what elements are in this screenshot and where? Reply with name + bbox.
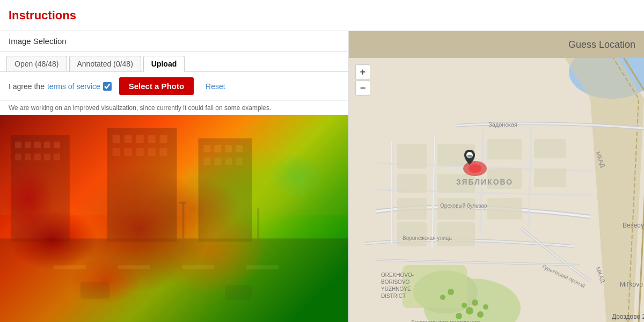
- left-panel: Image Selection Open (48/48) Annotated (…: [0, 31, 349, 322]
- heatmap-visualization: [0, 115, 348, 322]
- agree-prefix-text: I agree the: [9, 82, 45, 91]
- svg-rect-63: [487, 198, 522, 219]
- svg-rect-24: [203, 145, 210, 152]
- svg-text:Задонская: Задонская: [488, 121, 517, 128]
- svg-rect-13: [113, 135, 120, 143]
- svg-point-48: [466, 307, 473, 314]
- svg-rect-36: [246, 265, 279, 269]
- svg-rect-39: [257, 208, 259, 255]
- svg-rect-14: [125, 135, 132, 143]
- svg-rect-56: [397, 174, 427, 193]
- svg-rect-34: [118, 265, 150, 269]
- svg-rect-65: [534, 169, 566, 187]
- map-svg: Задонская Ореховый бульвар Воронежская у…: [349, 58, 644, 322]
- svg-rect-8: [25, 153, 31, 160]
- svg-rect-23: [198, 138, 252, 242]
- svg-rect-55: [397, 144, 427, 169]
- svg-rect-61: [437, 198, 475, 219]
- svg-rect-16: [148, 135, 156, 143]
- right-panel: Guess Location: [349, 31, 644, 322]
- svg-rect-6: [54, 142, 60, 148]
- agree-label: I agree the terms of service: [9, 82, 112, 91]
- svg-text:Mil'kovo: Mil'kovo: [620, 281, 643, 288]
- guess-location-label: Guess Location: [568, 39, 635, 50]
- svg-rect-27: [236, 145, 243, 152]
- page-title: Instructions: [9, 9, 76, 23]
- svg-text:YUZHNOYE: YUZHNOYE: [381, 286, 411, 292]
- image-area: [0, 115, 348, 322]
- svg-point-49: [477, 311, 484, 318]
- svg-rect-3: [25, 142, 31, 148]
- svg-rect-37: [182, 202, 184, 255]
- svg-rect-9: [34, 153, 41, 160]
- svg-rect-21: [148, 148, 156, 156]
- svg-rect-31: [236, 158, 243, 165]
- svg-point-51: [472, 299, 478, 306]
- svg-rect-19: [125, 148, 132, 156]
- tab-open[interactable]: Open (48/48): [6, 56, 67, 71]
- info-text: We are working on an improved visualizat…: [0, 101, 348, 115]
- map-container[interactable]: Задонская Ореховый бульвар Воронежская у…: [349, 58, 644, 322]
- svg-point-50: [462, 303, 467, 308]
- svg-rect-22: [160, 148, 167, 156]
- svg-rect-60: [397, 198, 427, 219]
- svg-text:🚌: 🚌: [467, 153, 472, 158]
- svg-rect-25: [214, 145, 221, 152]
- agree-checkbox[interactable]: [103, 82, 112, 91]
- select-photo-button[interactable]: Select a Photo: [119, 77, 194, 95]
- svg-text:Лесопарк юго-восточного: Лесопарк юго-восточного: [411, 319, 480, 322]
- svg-rect-28: [203, 158, 210, 165]
- svg-text:ЗЯБЛИКОВО: ЗЯБЛИКОВО: [456, 178, 513, 186]
- svg-text:DISTRICT: DISTRICT: [381, 293, 406, 299]
- svg-rect-38: [179, 202, 186, 204]
- zoom-out-button[interactable]: −: [355, 80, 370, 96]
- page-header: Instructions: [0, 0, 644, 31]
- svg-rect-1: [11, 135, 70, 241]
- svg-point-53: [440, 295, 445, 300]
- svg-text:Дроздово 2: Дроздово 2: [612, 313, 644, 320]
- svg-rect-29: [214, 158, 221, 165]
- svg-rect-5: [44, 142, 50, 148]
- svg-rect-17: [160, 135, 167, 143]
- svg-rect-7: [15, 153, 21, 160]
- svg-rect-18: [113, 148, 120, 156]
- svg-rect-11: [54, 153, 60, 160]
- svg-rect-64: [534, 139, 566, 158]
- svg-point-52: [483, 304, 488, 310]
- zoom-controls: + −: [355, 64, 370, 96]
- svg-rect-41: [225, 286, 252, 300]
- svg-rect-20: [136, 148, 144, 156]
- reset-button[interactable]: Reset: [201, 80, 230, 93]
- svg-rect-30: [225, 158, 232, 165]
- svg-rect-66: [397, 222, 427, 246]
- tab-annotated[interactable]: Annotated (0/48): [69, 56, 141, 71]
- tab-upload[interactable]: Upload: [143, 56, 185, 72]
- svg-text:Besedy: Besedy: [623, 222, 644, 229]
- svg-text:OREKHOVO-: OREKHOVO-: [381, 272, 414, 278]
- svg-point-54: [448, 289, 454, 295]
- terms-of-service-link[interactable]: terms of service: [47, 82, 100, 91]
- svg-text:Ореховый бульвар: Ореховый бульвар: [440, 203, 487, 209]
- svg-rect-4: [34, 142, 41, 148]
- svg-rect-2: [15, 142, 21, 148]
- svg-point-86: [469, 164, 481, 173]
- controls-row: I agree the terms of service Select a Ph…: [0, 72, 348, 101]
- svg-rect-15: [136, 135, 144, 143]
- svg-text:Воронежская улица: Воронежская улица: [402, 235, 452, 241]
- svg-rect-33: [54, 265, 86, 269]
- svg-rect-45: [402, 265, 467, 308]
- svg-rect-67: [437, 222, 475, 246]
- image-selection-label: Image Selection: [0, 31, 348, 52]
- zoom-in-button[interactable]: +: [355, 64, 370, 79]
- map-header: Guess Location: [349, 31, 644, 58]
- svg-rect-12: [107, 128, 177, 242]
- svg-rect-26: [225, 145, 232, 152]
- svg-rect-10: [44, 153, 50, 160]
- svg-rect-35: [182, 265, 214, 269]
- scene-overlay: [0, 115, 348, 322]
- svg-rect-59: [487, 139, 522, 159]
- svg-text:BORISOVO: BORISOVO: [381, 279, 410, 285]
- tab-bar: Open (48/48) Annotated (0/48) Upload: [0, 52, 348, 72]
- main-layout: Image Selection Open (48/48) Annotated (…: [0, 31, 644, 322]
- svg-rect-40: [80, 282, 110, 298]
